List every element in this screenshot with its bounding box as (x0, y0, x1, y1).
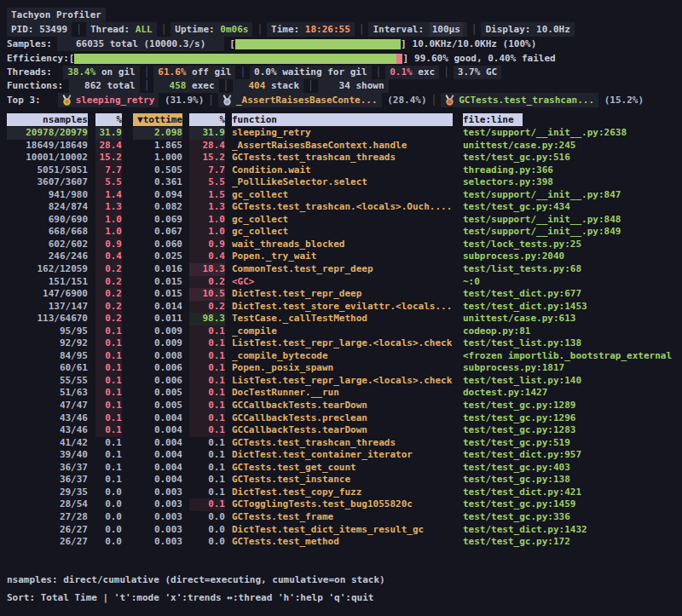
cell-direct-pct: 0.0 (95, 536, 122, 549)
cell-direct-pct: 0.1 (95, 400, 122, 412)
column-header-direct-pct[interactable]: % (95, 113, 122, 126)
threads-stat-label: waiting for gil (277, 66, 367, 79)
cell-tottime: 0.004 (133, 474, 182, 486)
cell-nsamples: 41/42 (7, 437, 88, 450)
cell-direct-pct: 0.1 (95, 462, 122, 475)
cell-tottime: 0.003 (133, 486, 182, 499)
table-row: 84/950.10.0080.1_compile_bytecode<frozen… (7, 350, 675, 363)
cell-direct-pct: 5.5 (95, 176, 122, 189)
cell-cumulative-pct: 0.1 (189, 337, 225, 350)
cell-nsamples: 36/37 (7, 474, 88, 486)
gold-medal-icon (62, 95, 72, 106)
cell-direct-pct: 28.4 (95, 140, 122, 153)
cell-function: gc_collect (232, 214, 453, 227)
cell-nsamples: 5051/5051 (7, 164, 88, 177)
cell-tottime: 0.004 (133, 437, 182, 450)
cell-tottime: 0.067 (133, 226, 182, 239)
footer: nsamples: direct/cumulative (direct=exec… (7, 571, 675, 607)
cell-nsamples: 26/27 (7, 524, 88, 537)
cell-tottime: 0.082 (133, 201, 182, 214)
cell-cumulative-pct: 0.9 (189, 239, 225, 251)
table-body: 20978/2097931.92.09831.9sleeping_retryte… (7, 127, 675, 549)
functions-stat-value: 458 (158, 79, 186, 93)
column-header-tottime-sorted[interactable]: ▼tottime (133, 113, 182, 126)
efficiency-bar (74, 54, 402, 64)
table-row: 43/460.10.0040.1GCCallbackTests.preclean… (7, 412, 675, 425)
cell-nsamples: 3607/3607 (7, 176, 88, 189)
cell-file-line: test/support/__init__.py:2638 (463, 127, 675, 140)
cell-function: CommonTest.test_repr_deep (232, 263, 453, 276)
cell-direct-pct: 0.2 (95, 263, 122, 276)
cell-function: GCTests.test_get_count (232, 462, 453, 475)
functions-stat-value: 404 (237, 79, 265, 93)
column-header-function[interactable]: function (232, 113, 453, 126)
cell-file-line: test/test_gc.py:434 (463, 201, 675, 214)
cell-cumulative-pct: 0.2 (189, 276, 225, 289)
cell-cumulative-pct: 15.2 (189, 152, 225, 164)
cell-tottime: 0.069 (133, 214, 182, 227)
samples-rate-bar (235, 39, 401, 49)
cell-tottime: 0.009 (133, 325, 182, 338)
top3-item-bronze: GCTests.test_trashcan... (441, 93, 598, 107)
efficiency-bar-failed (396, 54, 403, 64)
cell-file-line: test/list_tests.py:68 (463, 263, 675, 276)
tachyon-profiler-app: Tachyon Profiler PID: 53499│Thread: ALL│… (0, 0, 682, 607)
cell-direct-pct: 7.7 (95, 164, 122, 177)
cell-tottime: 0.060 (133, 239, 182, 251)
top3-percentage: (28.4%) (382, 93, 427, 107)
cell-direct-pct: 0.1 (95, 325, 122, 338)
cell-tottime: 0.004 (133, 424, 182, 437)
table-row: 18649/1864928.41.86528.4_AssertRaisesBas… (7, 140, 675, 153)
status-value: 53499 (39, 22, 67, 37)
cell-function: ListTest.test_repr_large.<locals>.check (232, 337, 453, 350)
functions-stat-label: total (101, 79, 136, 93)
cell-nsamples: 28/54 (7, 498, 88, 511)
cell-nsamples: 39/40 (7, 449, 88, 462)
status-chip-pid: PID: 53499 (7, 22, 72, 37)
table-row: 151/1510.20.0150.2<GC>~:0 (7, 276, 675, 289)
cell-cumulative-pct: 0.1 (189, 437, 225, 450)
cell-function: _AssertRaisesBaseContext.handle (232, 140, 453, 153)
cell-file-line: test/test_dict.py:421 (463, 486, 675, 499)
cell-cumulative-pct: 0.0 (189, 536, 225, 549)
cell-file-line: test/test_gc.py:172 (463, 536, 675, 549)
column-header-cumulative-pct[interactable]: % (189, 113, 225, 126)
status-label: Time: (271, 22, 305, 37)
cell-direct-pct: 0.2 (95, 288, 122, 301)
separator: │ (252, 22, 267, 37)
cell-function: gc_collect (232, 189, 453, 202)
cell-file-line: test/test_dict.py:1432 (463, 524, 675, 537)
cell-function: GCTests.test_trashcan_threads (232, 152, 453, 164)
cell-function: GCTests.test_frame (232, 511, 453, 524)
column-header-nsamples[interactable]: nsamples (7, 113, 88, 126)
cell-direct-pct: 1.4 (95, 189, 122, 202)
cell-nsamples: 147/6900 (7, 288, 88, 301)
cell-cumulative-pct: 0.1 (189, 400, 225, 412)
column-header-file-line[interactable]: file:line (463, 113, 675, 126)
separator: │ (372, 66, 386, 79)
cell-tottime: 0.008 (133, 350, 182, 363)
cell-direct-pct: 0.0 (95, 524, 122, 537)
cell-cumulative-pct: 0.2 (189, 301, 225, 314)
cell-file-line: test/test_gc.py:336 (463, 511, 675, 524)
cell-file-line: ~:0 (463, 276, 675, 289)
separator: │ (157, 22, 171, 37)
status-chip-thread: Thread: ALL (86, 22, 157, 37)
cell-file-line: test/support/__init__.py:847 (463, 189, 675, 202)
table-row: 3607/36075.50.3615.5_PollLikeSelector.se… (7, 176, 675, 189)
cell-file-line: test/test_list.py:140 (463, 375, 675, 388)
cell-direct-pct: 0.1 (95, 350, 122, 363)
efficiency-bar-close-bracket: ] (402, 51, 408, 66)
cell-cumulative-pct: 10.5 (189, 288, 225, 301)
separator: │ (72, 22, 86, 37)
cell-function: GCTests.test_instance (232, 474, 453, 486)
separator: │ (355, 22, 369, 37)
status-chip-uptime: Uptime: 0m06s (170, 22, 252, 37)
status-value: 10.0Hz (536, 22, 570, 37)
threads-stat-label: exc (413, 66, 436, 79)
top3-item-silver: _AssertRaisesBaseConte... (218, 93, 382, 107)
cell-nsamples: 60/61 (7, 362, 88, 375)
cell-direct-pct: 0.2 (95, 313, 122, 325)
cell-nsamples: 55/55 (7, 375, 88, 388)
cell-direct-pct: 0.1 (95, 362, 122, 375)
